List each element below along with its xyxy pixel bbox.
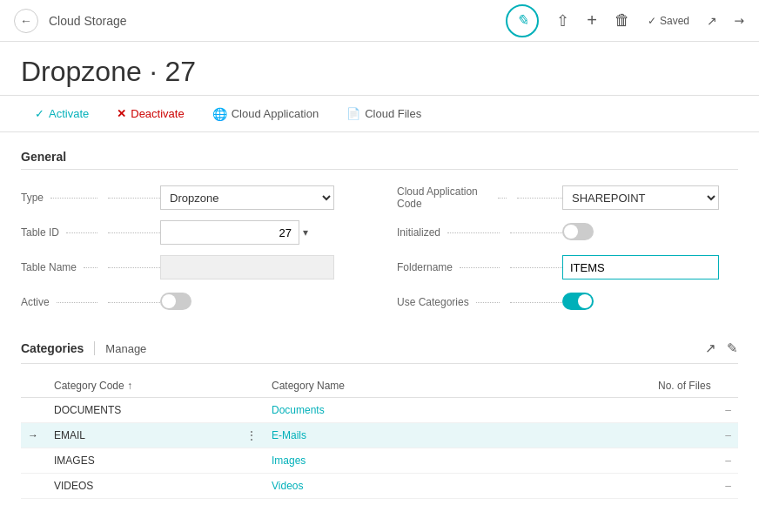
foldername-row: Foldername bbox=[397, 250, 738, 285]
main-content: General Type Dropzone bbox=[0, 132, 759, 516]
initialized-toggle-thumb bbox=[564, 225, 578, 239]
tab-activate-label: Activate bbox=[49, 107, 89, 120]
row-dots[interactable]: ⋮ bbox=[238, 423, 265, 448]
table-id-dropdown-icon[interactable]: ▾ bbox=[303, 226, 308, 239]
back-icon: ← bbox=[20, 14, 32, 28]
categories-divider bbox=[94, 341, 95, 355]
cloud-app-code-label: Cloud Application Code bbox=[397, 185, 562, 210]
initialized-row: Initialized bbox=[397, 215, 738, 250]
general-section-title: General bbox=[21, 150, 738, 170]
deactivate-x-icon: ✕ bbox=[117, 107, 126, 120]
cloud-app-code-control: SHAREPOINT bbox=[562, 185, 738, 210]
table-name-display bbox=[160, 255, 334, 279]
header: ← Cloud Storage ✎ ⇧ + 🗑 ✓ Saved ↗ ↗ bbox=[0, 0, 759, 42]
categories-manage[interactable]: Manage bbox=[105, 342, 146, 355]
active-toggle[interactable] bbox=[160, 293, 191, 310]
active-label: Active bbox=[21, 296, 160, 308]
categories-icons: ↗ ✎ bbox=[705, 340, 738, 356]
row-dots bbox=[238, 448, 265, 474]
tab-activate[interactable]: ✓ Activate bbox=[21, 98, 103, 129]
saved-check-icon: ✓ bbox=[648, 15, 656, 27]
foldername-control bbox=[562, 255, 738, 279]
active-toggle-thumb bbox=[162, 294, 176, 308]
foldername-input[interactable] bbox=[562, 255, 719, 279]
col-header-no-of-files: No. of Files bbox=[651, 374, 738, 398]
tab-deactivate-label: Deactivate bbox=[131, 107, 184, 120]
cloud-app-code-row: Cloud Application Code SHAREPOINT bbox=[397, 180, 738, 215]
open-icon[interactable]: ↗ bbox=[707, 14, 717, 28]
col-header-category-name: Category Name bbox=[265, 374, 651, 398]
row-files: – bbox=[651, 398, 738, 423]
col-header-category-code[interactable]: Category Code ↑ bbox=[47, 374, 238, 398]
use-categories-control bbox=[562, 293, 738, 313]
table-id-input[interactable] bbox=[160, 220, 299, 245]
table-name-row: Table Name bbox=[21, 250, 362, 285]
general-right-col: Cloud Application Code SHAREPOINT Initia… bbox=[397, 180, 738, 320]
tab-cloud-application-label: Cloud Application bbox=[232, 107, 319, 120]
categories-title: Categories bbox=[21, 341, 84, 355]
delete-icon[interactable]: 🗑 bbox=[615, 11, 630, 30]
cloud-files-icon: 📄 bbox=[346, 107, 360, 120]
type-row: Type Dropzone bbox=[21, 180, 362, 215]
row-files: – bbox=[651, 448, 738, 474]
edit-button[interactable]: ✎ bbox=[506, 4, 539, 37]
tab-cloud-application[interactable]: 🌐 Cloud Application bbox=[198, 98, 332, 130]
use-categories-toggle-track bbox=[562, 293, 594, 310]
table-row[interactable]: VIDEOS Videos – bbox=[21, 474, 738, 499]
use-categories-toggle-thumb bbox=[578, 294, 592, 308]
cloud-application-icon: 🌐 bbox=[212, 107, 227, 121]
page-title: Dropzone · 27 bbox=[21, 56, 738, 88]
col-header-dots bbox=[238, 374, 265, 398]
row-code: EMAIL bbox=[47, 423, 238, 448]
general-left-col: Type Dropzone Table ID bbox=[21, 180, 362, 320]
share-icon[interactable]: ⇧ bbox=[556, 11, 569, 30]
saved-status: ✓ Saved bbox=[648, 15, 689, 27]
use-categories-label: Use Categories bbox=[397, 296, 562, 308]
row-arrow: → bbox=[21, 423, 47, 448]
row-name[interactable]: Videos bbox=[265, 474, 651, 499]
initialized-control bbox=[562, 223, 738, 243]
type-select[interactable]: Dropzone bbox=[160, 185, 334, 210]
expand-icon[interactable]: ↗ bbox=[731, 12, 749, 30]
table-row[interactable]: IMAGES Images – bbox=[21, 448, 738, 474]
active-control bbox=[160, 293, 362, 313]
table-name-control bbox=[160, 255, 362, 279]
table-id-label: Table ID bbox=[21, 226, 160, 239]
row-arrow bbox=[21, 448, 47, 474]
categories-table-header-row: Category Code ↑ Category Name No. of Fil… bbox=[21, 374, 738, 398]
row-dots bbox=[238, 398, 265, 423]
initialized-label: Initialized bbox=[397, 226, 562, 239]
table-row[interactable]: DOCUMENTS Documents – bbox=[21, 398, 738, 423]
row-name[interactable]: Images bbox=[265, 448, 651, 474]
categories-edit-icon[interactable]: ✎ bbox=[727, 340, 738, 356]
use-categories-toggle[interactable] bbox=[562, 293, 594, 310]
categories-header: Categories Manage ↗ ✎ bbox=[21, 340, 738, 364]
categories-export-icon[interactable]: ↗ bbox=[705, 340, 716, 356]
active-toggle-track bbox=[160, 293, 191, 310]
type-label: Type bbox=[21, 192, 160, 204]
row-name[interactable]: Documents bbox=[265, 398, 651, 423]
header-actions: ✎ ⇧ + 🗑 ✓ Saved ↗ ↗ bbox=[506, 4, 745, 37]
tab-cloud-files-label: Cloud Files bbox=[365, 107, 421, 120]
cloud-app-code-select[interactable]: SHAREPOINT bbox=[562, 185, 719, 210]
row-dots bbox=[238, 474, 265, 499]
tab-cloud-files[interactable]: 📄 Cloud Files bbox=[332, 98, 435, 129]
initialized-toggle-track bbox=[562, 223, 594, 240]
foldername-label: Foldername bbox=[397, 261, 562, 273]
row-name[interactable]: E-Mails bbox=[265, 423, 651, 448]
add-icon[interactable]: + bbox=[587, 10, 597, 30]
initialized-toggle[interactable] bbox=[562, 223, 594, 240]
back-button[interactable]: ← bbox=[14, 9, 38, 33]
table-row[interactable]: → EMAIL ⋮ E-Mails – bbox=[21, 423, 738, 448]
type-control: Dropzone bbox=[160, 185, 362, 210]
row-arrow bbox=[21, 398, 47, 423]
general-section: General Type Dropzone bbox=[21, 150, 738, 320]
row-arrow bbox=[21, 474, 47, 499]
row-code: IMAGES bbox=[47, 448, 238, 474]
tab-deactivate[interactable]: ✕ Deactivate bbox=[103, 98, 198, 129]
general-form: Type Dropzone Table ID bbox=[21, 180, 738, 320]
table-id-row: Table ID ▾ bbox=[21, 215, 362, 250]
table-id-control: ▾ bbox=[160, 220, 362, 245]
row-code: VIDEOS bbox=[47, 474, 238, 499]
categories-section: Categories Manage ↗ ✎ Category Code ↑ Ca… bbox=[21, 340, 738, 499]
